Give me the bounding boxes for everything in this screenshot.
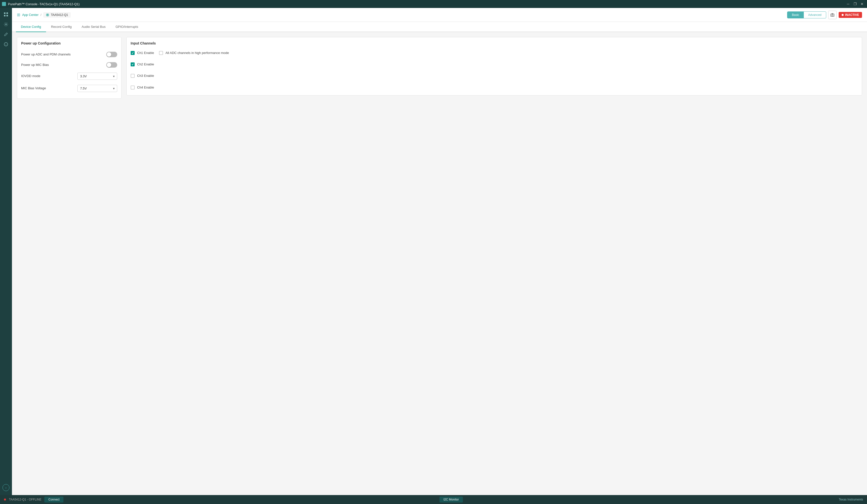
- svg-rect-2: [7, 12, 8, 14]
- status-label: INACTIVE: [845, 13, 859, 17]
- svg-rect-9: [47, 14, 48, 15]
- mic-bias-select[interactable]: 3.3V 5V 7.5V 9V: [77, 85, 117, 92]
- iovdd-mode-select[interactable]: 1.8V 3.3V Auto: [77, 73, 117, 80]
- content-area: ⊞ App Center /: [12, 8, 867, 495]
- sidebar-item-edit[interactable]: [1, 30, 10, 39]
- title-bar-left: PurePath™ Console -TAC5x1x-Q1 (TAA5412-Q…: [2, 2, 79, 6]
- svg-text:i: i: [6, 43, 6, 46]
- header-right: Basic Advanced INACTIVE: [787, 11, 862, 19]
- view-toggle-group: Basic Advanced: [787, 11, 826, 19]
- power-mic-label: Power up MIC Bias: [21, 63, 49, 67]
- status-left: TAA5412-Q1 - OFFLINE Connect: [4, 496, 63, 503]
- svg-rect-3: [4, 15, 6, 17]
- minimize-button[interactable]: ─: [845, 1, 851, 7]
- power-mic-row: Power up MIC Bias: [21, 60, 117, 70]
- device-name: TAA5412-Q1: [51, 13, 68, 17]
- ch4-checkbox[interactable]: [131, 86, 135, 89]
- advanced-button[interactable]: Advanced: [804, 12, 826, 18]
- svg-rect-1: [4, 12, 6, 14]
- mic-bias-select-wrap: 3.3V 5V 7.5V 9V ▼: [77, 85, 117, 92]
- sidebar-item-grid[interactable]: [1, 10, 10, 19]
- sidebar-item-gear[interactable]: [1, 20, 10, 29]
- sidebar-item-info[interactable]: i: [1, 40, 10, 49]
- power-up-config-card: Power up Configuration Power up ADC and …: [17, 37, 121, 99]
- ch4-row: Ch4 Enable: [131, 84, 154, 91]
- tab-gpio-interrupts[interactable]: GPIO/Interrupts: [110, 22, 143, 32]
- svg-point-19: [832, 14, 833, 16]
- high-perf-checkbox[interactable]: [159, 51, 163, 55]
- high-perf-label: All ADC channels in high performance mod…: [165, 51, 229, 55]
- svg-point-5: [6, 24, 7, 25]
- sidebar: i ›: [0, 8, 12, 495]
- power-adc-toggle[interactable]: [106, 52, 117, 57]
- status-bar: TAA5412-Q1 - OFFLINE Connect I2C Monitor…: [0, 495, 867, 504]
- power-mic-knob: [107, 63, 111, 67]
- basic-button[interactable]: Basic: [788, 12, 804, 18]
- input-channels-card: Input Channels Ch1 Enable: [126, 37, 862, 96]
- power-adc-label: Power up ADC and PDM channels: [21, 52, 71, 57]
- i2c-monitor-button[interactable]: I2C Monitor: [439, 496, 463, 503]
- app-icon: [2, 2, 6, 6]
- ch1-row: Ch1 Enable: [131, 49, 154, 57]
- app-center-link[interactable]: App Center: [22, 13, 39, 17]
- power-mic-toggle[interactable]: [106, 62, 117, 68]
- main-layout: i › ⊞ App Center /: [0, 8, 867, 495]
- ch3-row: Ch3 Enable: [131, 72, 154, 79]
- device-chip: TAA5412-Q1: [43, 12, 71, 18]
- power-adc-row: Power up ADC and PDM channels: [21, 49, 117, 60]
- svg-rect-0: [3, 3, 5, 5]
- svg-rect-4: [7, 15, 8, 17]
- chip-icon: [46, 13, 49, 17]
- ch2-label: Ch2 Enable: [137, 62, 154, 67]
- ch2-row: Ch2 Enable: [131, 61, 154, 68]
- power-adc-knob: [107, 52, 111, 57]
- tabs-bar: Device Config Record Config Audio Serial…: [12, 22, 867, 32]
- breadcrumb: ⊞ App Center /: [17, 12, 71, 18]
- title-bar-controls[interactable]: ─ ❐ ✕: [845, 1, 865, 7]
- ch2-checkbox[interactable]: [131, 63, 135, 66]
- tab-audio-serial-bus[interactable]: Audio Serial Bus: [77, 22, 110, 32]
- high-perf-col: All ADC channels in high performance mod…: [159, 49, 229, 91]
- sidebar-expand-button[interactable]: ›: [2, 484, 9, 491]
- ch3-label: Ch3 Enable: [137, 74, 154, 78]
- status-center: I2C Monitor: [439, 496, 463, 503]
- high-perf-row: All ADC channels in high performance mod…: [159, 49, 229, 57]
- status-badge: INACTIVE: [839, 12, 862, 18]
- title-bar-text: PurePath™ Console -TAC5x1x-Q1 (TAA5412-Q…: [8, 2, 79, 6]
- page-content: Power up Configuration Power up ADC and …: [12, 32, 867, 495]
- mic-bias-row: MIC Bias Voltage 3.3V 5V 7.5V 9V ▼: [21, 82, 117, 95]
- ch3-checkbox[interactable]: [131, 74, 135, 78]
- close-button[interactable]: ✕: [859, 1, 865, 7]
- brand-label: Texas Instruments: [839, 498, 863, 501]
- breadcrumb-separator: /: [41, 13, 42, 17]
- ch1-label: Ch1 Enable: [137, 51, 154, 55]
- channels-col: Ch1 Enable Ch2 Enable Ch3 Enable: [131, 49, 154, 91]
- restore-button[interactable]: ❐: [852, 1, 858, 7]
- mic-bias-label: MIC Bias Voltage: [21, 86, 46, 90]
- offline-dot: [4, 498, 6, 501]
- iovdd-mode-row: IOVDD mode 1.8V 3.3V Auto ▼: [21, 70, 117, 82]
- screenshot-button[interactable]: [828, 11, 837, 19]
- tab-record-config[interactable]: Record Config: [46, 22, 77, 32]
- device-status-label: TAA5412-Q1 - OFFLINE: [9, 498, 41, 501]
- header-bar: ⊞ App Center /: [12, 8, 867, 22]
- iovdd-mode-label: IOVDD mode: [21, 74, 40, 78]
- power-up-config-title: Power up Configuration: [21, 41, 117, 45]
- title-bar: PurePath™ Console -TAC5x1x-Q1 (TAA5412-Q…: [0, 0, 867, 8]
- iovdd-mode-select-wrap: 1.8V 3.3V Auto ▼: [77, 73, 117, 80]
- inactive-dot: [842, 14, 844, 16]
- app-center-icon: ⊞: [17, 12, 20, 17]
- input-channels-title: Input Channels: [131, 41, 858, 45]
- ch1-checkbox[interactable]: [131, 51, 135, 55]
- channel-grid: Ch1 Enable Ch2 Enable Ch3 Enable: [131, 49, 858, 91]
- tab-device-config[interactable]: Device Config: [16, 22, 46, 32]
- connect-button[interactable]: Connect: [44, 496, 63, 503]
- ch4-label: Ch4 Enable: [137, 85, 154, 90]
